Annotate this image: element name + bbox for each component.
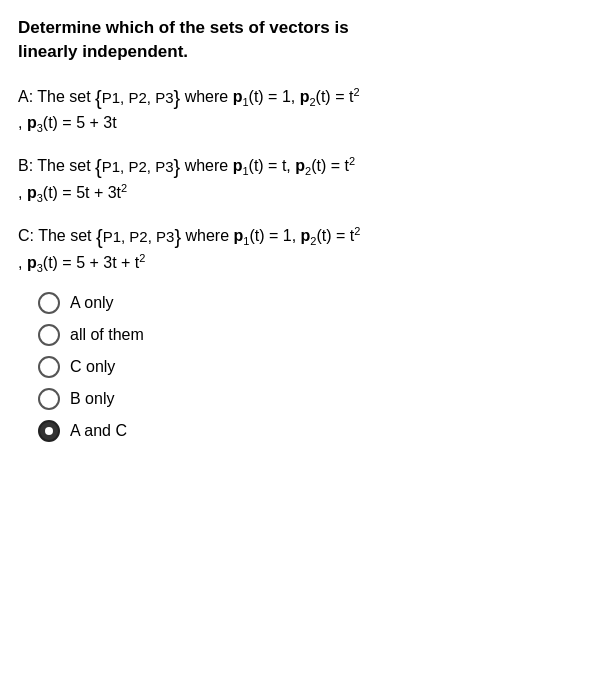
option-A-block: A: The set {P1, P2, P3} where p1(t) = 1,… bbox=[18, 84, 583, 137]
radio-circle-all-of-them bbox=[38, 324, 60, 346]
radio-circle-b-only bbox=[38, 388, 60, 410]
radio-options: A only all of them C only B only A and C bbox=[38, 292, 583, 442]
option-C-block: C: The set {P1, P2, P3} where p1(t) = 1,… bbox=[18, 222, 583, 276]
radio-label-c-only: C only bbox=[70, 358, 115, 376]
option-A-line2: , p3(t) = 5 + 3t bbox=[18, 114, 117, 131]
radio-label-all-of-them: all of them bbox=[70, 326, 144, 344]
radio-option-c-only[interactable]: C only bbox=[38, 356, 583, 378]
radio-option-a-only[interactable]: A only bbox=[38, 292, 583, 314]
question-title: Determine which of the sets of vectors i… bbox=[18, 16, 583, 64]
option-C-line1: C: The set {P1, P2, P3} where p1(t) = 1,… bbox=[18, 227, 360, 244]
option-A-line1: A: The set {P1, P2, P3} where p1(t) = 1,… bbox=[18, 88, 360, 105]
radio-label-a-only: A only bbox=[70, 294, 114, 312]
option-C-line2: , p3(t) = 5 + 3t + t2 bbox=[18, 254, 145, 271]
radio-label-a-and-c: A and C bbox=[70, 422, 127, 440]
radio-circle-a-only bbox=[38, 292, 60, 314]
option-B-line2: , p3(t) = 5t + 3t2 bbox=[18, 184, 127, 201]
option-B-block: B: The set {P1, P2, P3} where p1(t) = t,… bbox=[18, 152, 583, 206]
radio-label-b-only: B only bbox=[70, 390, 114, 408]
option-B-line1: B: The set {P1, P2, P3} where p1(t) = t,… bbox=[18, 157, 355, 174]
radio-circle-a-and-c bbox=[38, 420, 60, 442]
radio-option-b-only[interactable]: B only bbox=[38, 388, 583, 410]
radio-option-all-of-them[interactable]: all of them bbox=[38, 324, 583, 346]
radio-option-a-and-c[interactable]: A and C bbox=[38, 420, 583, 442]
radio-circle-c-only bbox=[38, 356, 60, 378]
